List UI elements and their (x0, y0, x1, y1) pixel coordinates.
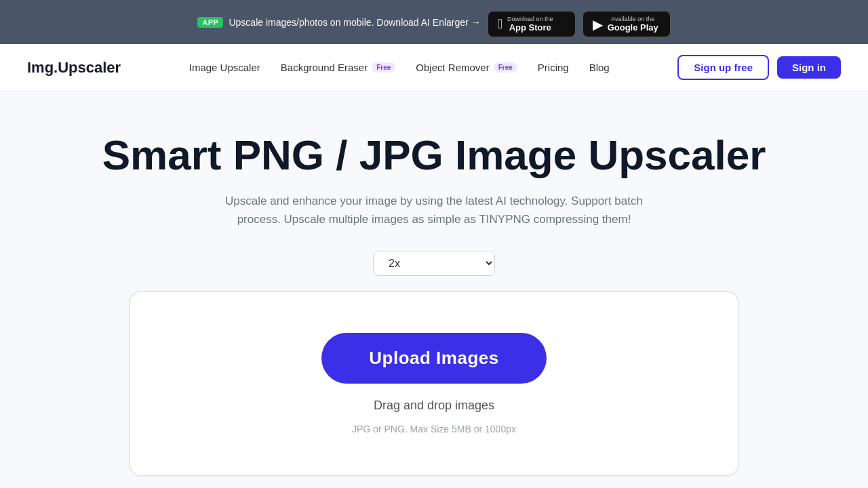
app-badge: APP (197, 17, 223, 28)
nav-background-eraser[interactable]: Background Eraser Free (281, 62, 396, 73)
play-icon: ▶ (593, 16, 603, 33)
nav-object-remover[interactable]: Object Remover Free (416, 62, 517, 73)
nav-image-upscaler-label: Image Upscaler (189, 62, 260, 73)
appstore-sub: Download on the (507, 16, 553, 22)
navbar: Img.Upscaler Image Upscaler Background E… (0, 44, 868, 92)
nav-links: Image Upscaler Background Eraser Free Ob… (189, 62, 610, 73)
hero-subtitle: Upscale and enhance your image by using … (210, 192, 658, 228)
signin-button[interactable]: Sign in (777, 56, 841, 79)
appstore-button[interactable]:  Download on the App Store (488, 11, 576, 37)
nav-actions: Sign up free Sign in (677, 55, 841, 80)
banner-text: Upscale images/photos on mobile. Downloa… (229, 17, 480, 28)
drag-drop-text: Drag and drop images (374, 399, 494, 413)
object-remover-badge: Free (494, 62, 517, 73)
upload-area: Upload Images Drag and drop images JPG o… (129, 291, 739, 476)
googleplay-sub: Available on the (608, 16, 658, 22)
nav-image-upscaler[interactable]: Image Upscaler (189, 62, 260, 73)
apple-icon:  (498, 16, 502, 32)
scale-select[interactable]: 2x 4x 8x (373, 251, 495, 276)
nav-pricing[interactable]: Pricing (538, 62, 569, 73)
nav-blog-label: Blog (589, 62, 610, 73)
logo[interactable]: Img.Upscaler (27, 59, 121, 77)
store-buttons:  Download on the App Store ▶ Available … (488, 11, 671, 37)
appstore-name: App Store (507, 22, 553, 33)
scale-select-wrapper: 2x 4x 8x (14, 251, 854, 276)
nav-background-eraser-label: Background Eraser (281, 62, 368, 73)
googleplay-name: Google Play (608, 22, 658, 33)
hero-section: Smart PNG / JPG Image Upscaler Upscale a… (0, 92, 868, 488)
nav-blog[interactable]: Blog (589, 62, 610, 73)
top-banner: APP Upscale images/photos on mobile. Dow… (0, 0, 868, 44)
file-hint: JPG or PNG. Max Size 5MB or 1000px (352, 424, 516, 434)
background-eraser-badge: Free (372, 62, 395, 73)
signup-button[interactable]: Sign up free (677, 55, 769, 80)
nav-pricing-label: Pricing (538, 62, 569, 73)
hero-title: Smart PNG / JPG Image Upscaler (14, 132, 854, 178)
upload-images-button[interactable]: Upload Images (321, 333, 546, 384)
googleplay-button[interactable]: ▶ Available on the Google Play (583, 11, 671, 37)
nav-object-remover-label: Object Remover (416, 62, 489, 73)
